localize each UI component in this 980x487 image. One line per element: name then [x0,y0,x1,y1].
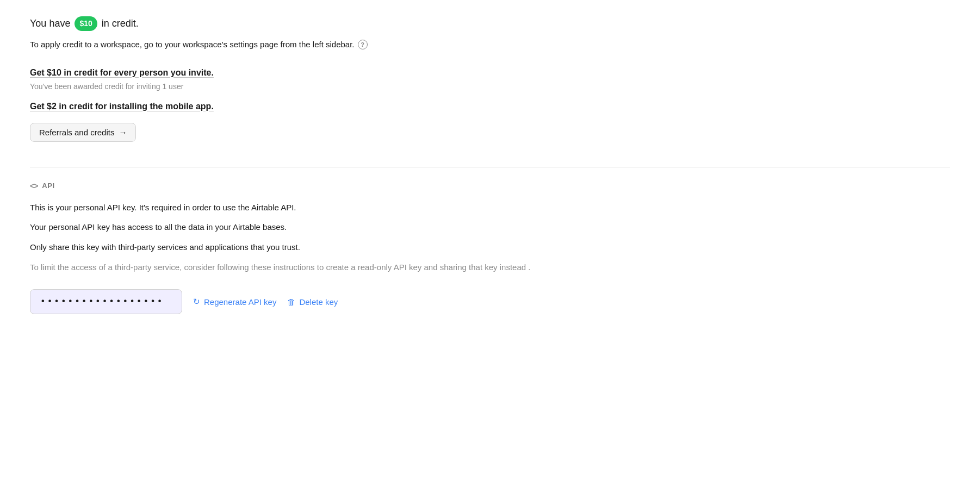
help-icon[interactable]: ? [358,40,368,49]
api-section-header: <> API [30,180,950,192]
credit-header-post: in credit. [102,16,139,31]
regenerate-label: Regenerate API key [204,297,276,307]
api-description-3: Only share this key with third-party ser… [30,241,950,254]
api-code-icon: <> [30,180,38,192]
mobile-title: Get $2 in credit for installing the mobi… [30,100,950,113]
api-key-dots: •••••••••••••••••• [40,295,164,308]
section-divider [30,167,950,167]
referrals-label: Referrals and credits [39,128,114,137]
invite-subtitle: You've been awarded credit for inviting … [30,81,950,92]
delete-key-button[interactable]: 🗑 Delete key [287,297,338,307]
referrals-credits-button[interactable]: Referrals and credits → [30,123,136,142]
page-container: You have $10 in credit. To apply credit … [0,0,980,487]
delete-icon: 🗑 [287,297,295,307]
api-description-2: Your personal API key has access to all … [30,221,950,234]
api-key-row: •••••••••••••••••• ↻ Regenerate API key … [30,289,950,314]
credit-header: You have $10 in credit. [30,16,950,31]
invite-title: Get $10 in credit for every person you i… [30,66,950,79]
mobile-incentive: Get $2 in credit for installing the mobi… [30,100,950,113]
api-section: <> API This is your personal API key. It… [30,180,950,315]
api-key-field: •••••••••••••••••• [30,289,182,314]
referrals-arrow: → [119,128,127,137]
delete-label: Delete key [299,297,338,307]
credit-section: You have $10 in credit. To apply credit … [30,16,950,161]
apply-credit-line: To apply credit to a workspace, go to yo… [30,39,950,51]
credit-badge: $10 [75,16,97,31]
api-description-muted: To limit the access of a third-party ser… [30,261,950,274]
api-section-title: API [42,180,54,191]
regenerate-icon: ↻ [193,297,200,307]
apply-credit-text: To apply credit to a workspace, go to yo… [30,39,355,51]
regenerate-api-key-button[interactable]: ↻ Regenerate API key [193,297,276,307]
api-description-1: This is your personal API key. It's requ… [30,202,950,214]
invite-incentive: Get $10 in credit for every person you i… [30,66,950,92]
credit-header-pre: You have [30,16,70,31]
